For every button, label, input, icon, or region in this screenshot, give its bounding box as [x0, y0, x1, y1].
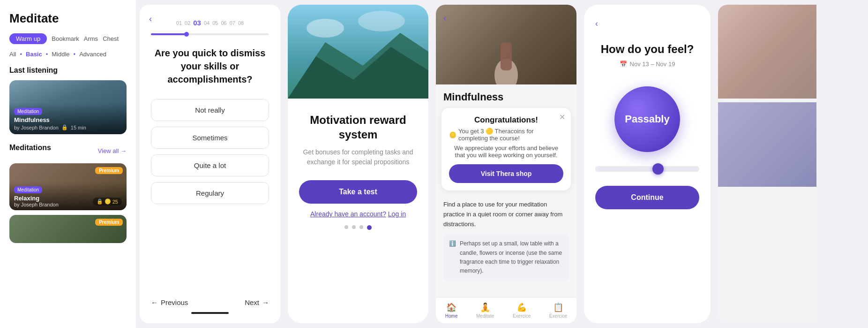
step-8: 08: [238, 20, 244, 26]
feel-panel: ‹ How do you feel? 📅 Nov 13 – Nov 19 Pas…: [584, 5, 711, 323]
quiz-question: Are you quick to dismiss your skills or …: [151, 46, 269, 86]
dot-1: [344, 225, 348, 229]
filter-advanced[interactable]: Advanced: [79, 51, 106, 58]
option-quite-a-lot[interactable]: Quite a lot: [151, 154, 269, 176]
nav-exercise-2[interactable]: 📋 Exercice: [549, 302, 567, 319]
visit-shop-button[interactable]: Visit Thera shop: [449, 164, 563, 183]
congrats-close-button[interactable]: ✕: [559, 113, 565, 122]
feel-back-button[interactable]: ‹: [595, 19, 598, 29]
svg-point-3: [307, 19, 344, 38]
mood-slider[interactable]: [595, 166, 699, 172]
bottom-nav: 🏠 Home 🧘 Meditate 💪 Exercice 📋 Exercice: [436, 297, 576, 323]
congrats-coins: 🪙 You get 3 🟡 Theracoins for completing …: [449, 128, 563, 142]
mood-circle[interactable]: Passably: [614, 86, 680, 152]
meditation-card-2[interactable]: Premium: [9, 215, 127, 243]
mindfulness-text: Find a place to use for your meditation …: [443, 200, 569, 229]
last-listening-label: Last listening: [9, 66, 127, 75]
svg-rect-6: [501, 42, 512, 70]
tag-arms[interactable]: Arms: [84, 35, 98, 42]
step-active: 03: [193, 19, 201, 27]
filter-all[interactable]: All: [9, 51, 16, 58]
nav-exercise-1[interactable]: 💪 Exercice: [513, 302, 531, 319]
last-listening-card[interactable]: Meditation Mindfulness by Joseph Brandon…: [9, 80, 127, 134]
exercise-image-1: [718, 5, 816, 99]
tag-chest[interactable]: Chest: [103, 35, 119, 42]
mood-label: Passably: [625, 113, 669, 125]
exercise-icon-1: 💪: [516, 302, 527, 313]
step-2: 02: [185, 20, 190, 26]
filter-middle[interactable]: Middle: [52, 51, 69, 58]
active-tag[interactable]: Warm up: [9, 33, 47, 44]
congrats-title: Congratulations!: [449, 115, 563, 125]
calendar-icon: 📅: [620, 61, 627, 68]
nav-exercise-label-2: Exercice: [549, 313, 567, 319]
home-icon: 🏠: [446, 302, 456, 313]
info-box: ℹ️ Perhaps set up a small, low table wit…: [443, 234, 569, 281]
next-arrow-icon: →: [262, 298, 269, 306]
congrats-description: We appreciate your efforts and believe t…: [449, 145, 563, 159]
mindfulness-image: [436, 5, 576, 84]
continue-button[interactable]: Continue: [595, 186, 699, 209]
motivation-image: [288, 5, 428, 99]
take-test-button[interactable]: Take a test: [299, 180, 417, 204]
info-text: Perhaps set up a small, low table with a…: [460, 239, 563, 275]
feel-date: 📅 Nov 13 – Nov 19: [620, 61, 675, 68]
coin-count-1: 25: [112, 199, 118, 205]
login-link[interactable]: Log in: [388, 210, 406, 218]
next-button[interactable]: Next →: [245, 298, 269, 306]
meditation-card-1[interactable]: Premium Meditation Relaxing by Joseph Br…: [9, 163, 127, 210]
home-indicator: [191, 312, 229, 314]
quiz-options: Not really Sometimes Quite a lot Regular…: [151, 99, 269, 204]
lock-icon: 🔒: [61, 124, 68, 130]
progress-bar: [151, 33, 269, 35]
quiz-navigation: ← Previous Next →: [151, 294, 269, 306]
option-not-really[interactable]: Not really: [151, 99, 269, 121]
nav-home-label: Home: [445, 313, 458, 319]
card-badge: Meditation: [14, 108, 42, 115]
exercise-image-2: [718, 102, 816, 187]
meditate-icon: 🧘: [480, 302, 490, 313]
progress-dot: [184, 32, 189, 37]
filter-basic[interactable]: Basic: [26, 51, 42, 58]
mindfulness-body: Find a place to use for your meditation …: [436, 195, 576, 286]
prev-label: Previous: [161, 298, 188, 306]
card-author: by Joseph Brandon: [14, 125, 59, 130]
quiz-back-button[interactable]: ‹: [149, 14, 152, 24]
login-link-row: Already have an account? Log in: [310, 210, 406, 218]
prev-button[interactable]: ← Previous: [151, 298, 188, 306]
filter-row: All • Basic • Middle • Advanced: [9, 51, 127, 58]
nav-home[interactable]: 🏠 Home: [445, 302, 458, 319]
tag-bookmark[interactable]: Bookmark: [52, 35, 79, 42]
step-7: 07: [230, 20, 235, 26]
card-meta: by Joseph Brandon 🔒 15 min: [14, 124, 122, 130]
option-regulary[interactable]: Regulary: [151, 182, 269, 204]
sidebar-panel: Meditate Warm up Bookmark Arms Chest All…: [0, 0, 136, 328]
med-tag-1: Meditation: [14, 186, 42, 193]
option-sometimes[interactable]: Sometimes: [151, 127, 269, 149]
slider-thumb[interactable]: [652, 163, 664, 175]
exercise-panel: [718, 5, 816, 323]
login-prompt: Already have an account?: [310, 210, 386, 218]
motivation-description: Get bonuses for completing tasks and exc…: [299, 147, 417, 167]
info-icon: ℹ️: [449, 239, 456, 275]
premium-badge-2: Premium: [95, 219, 123, 226]
carousel-dots: [344, 225, 372, 230]
mindfulness-back-button[interactable]: ‹: [443, 13, 446, 23]
lock-icon-2: 🔒: [97, 198, 103, 205]
step-6: 06: [221, 20, 226, 26]
card-overlay: Meditation Mindfulness by Joseph Brandon…: [9, 103, 127, 134]
meditations-header: Meditations View all →: [9, 144, 127, 158]
step-1: 01: [176, 20, 182, 26]
feel-title: How do you feel?: [601, 43, 694, 56]
premium-badge-1: Premium: [95, 167, 123, 174]
card-title: Mindfulness: [14, 116, 122, 123]
date-range: Nov 13 – Nov 19: [630, 61, 675, 68]
nav-meditate[interactable]: 🧘 Meditate: [476, 302, 494, 319]
nav-exercise-label-1: Exercice: [513, 313, 531, 319]
meditations-label: Meditations: [9, 144, 51, 152]
view-all-link[interactable]: View all →: [98, 147, 127, 154]
exercise-icon-2: 📋: [553, 302, 563, 313]
tag-row: Warm up Bookmark Arms Chest: [9, 33, 127, 44]
motivation-panel: Motivation reward system Get bonuses for…: [288, 5, 428, 323]
dot-4[interactable]: [367, 225, 372, 230]
